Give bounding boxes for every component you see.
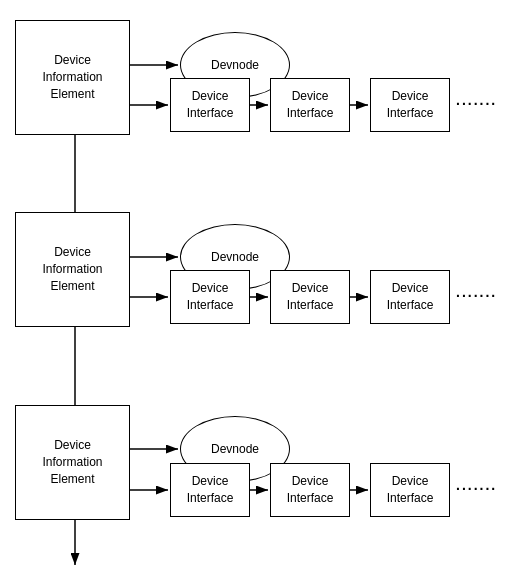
device-info-element-1: Device Information Element — [15, 20, 130, 135]
dots-3: ....... — [456, 477, 497, 493]
device-interface-1-2: Device Interface — [270, 78, 350, 132]
device-interface-1-1: Device Interface — [170, 78, 250, 132]
dots-2: ....... — [456, 284, 497, 300]
device-info-element-3: Device Information Element — [15, 405, 130, 520]
device-interface-2-3: Device Interface — [370, 270, 450, 324]
device-info-element-2: Device Information Element — [15, 212, 130, 327]
dots-1: ....... — [456, 92, 497, 108]
device-interface-2-2: Device Interface — [270, 270, 350, 324]
device-interface-1-3: Device Interface — [370, 78, 450, 132]
device-interface-3-2: Device Interface — [270, 463, 350, 517]
device-interface-3-3: Device Interface — [370, 463, 450, 517]
diagram: Device Information Element Devnode Devic… — [0, 0, 530, 577]
device-interface-3-1: Device Interface — [170, 463, 250, 517]
device-interface-2-1: Device Interface — [170, 270, 250, 324]
